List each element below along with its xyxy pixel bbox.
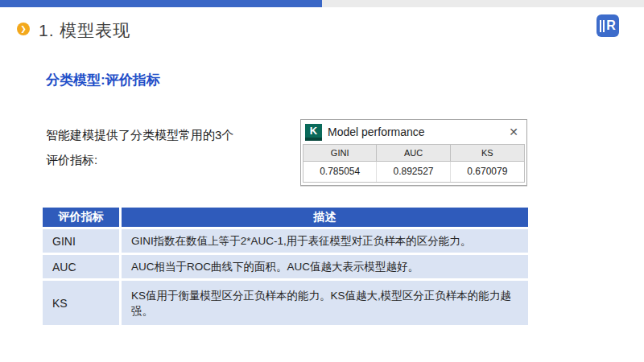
section-subtitle: 分类模型:评价指标 [46,71,160,89]
dialog-col-gini: GINI [303,145,377,162]
dialog-titlebar: K Model performance ✕ [301,120,526,144]
intro-line-2: 评价指标: [46,147,233,172]
chevron-bullet-icon: ❯ [17,23,30,35]
dialog-metrics-table: GINI AUC KS 0.785054 0.892527 0.670079 [303,144,525,183]
page-title: 1. 模型表现 [39,19,130,42]
dialog-col-ks: KS [451,145,524,162]
table-row-gini-desc: GINI指数在数值上等于2*AUC-1,用于表征模型对正负样本的区分能力。 [122,229,528,253]
dialog-table-header-row: GINI AUC KS [303,145,524,162]
dialog-value-auc: 0.892527 [377,162,450,182]
app-k-icon-strip [305,138,322,141]
intro-line-1: 智能建模提供了分类模型常用的3个 [46,122,233,147]
table-row-gini-name: GINI [43,229,119,253]
top-accent-bar-gray [322,0,644,7]
close-icon[interactable]: ✕ [507,125,520,138]
dialog-value-gini: 0.785054 [303,162,377,182]
intro-paragraph: 智能建模提供了分类模型常用的3个 评价指标: [46,122,233,172]
table-header-metric: 评价指标 [43,208,119,227]
table-row-ks-name: KS [43,281,119,325]
dialog-table-value-row: 0.785054 0.892527 0.670079 [303,162,524,182]
table-header-description: 描述 [122,208,528,227]
table-row-auc-desc: AUC相当于ROC曲线下的面积。AUC值越大表示模型越好。 [122,255,528,278]
dialog-title: Model performance [328,125,507,138]
top-accent-bar-blue [0,0,322,7]
dialog-col-auc: AUC [377,145,450,162]
model-performance-dialog: K Model performance ✕ GINI AUC KS 0.7850… [300,119,527,186]
table-row-ks-desc: KS值用于衡量模型区分正负样本的能力。KS值越大,模型区分正负样本的能力越强。 [122,281,528,325]
brand-logo-icon: R [597,14,619,37]
slide: ❯ 1. 模型表现 R 分类模型:评价指标 智能建模提供了分类模型常用的3个 评… [0,0,644,362]
logo-bars-icon [600,20,605,32]
logo-letter: R [606,19,616,32]
metrics-description-table: 评价指标 描述 GINI GINI指数在数值上等于2*AUC-1,用于表征模型对… [43,208,528,325]
table-row-auc-name: AUC [43,255,119,278]
dialog-value-ks: 0.670079 [451,162,524,182]
app-k-icon-letter: K [310,125,317,137]
app-k-icon: K [305,124,322,141]
